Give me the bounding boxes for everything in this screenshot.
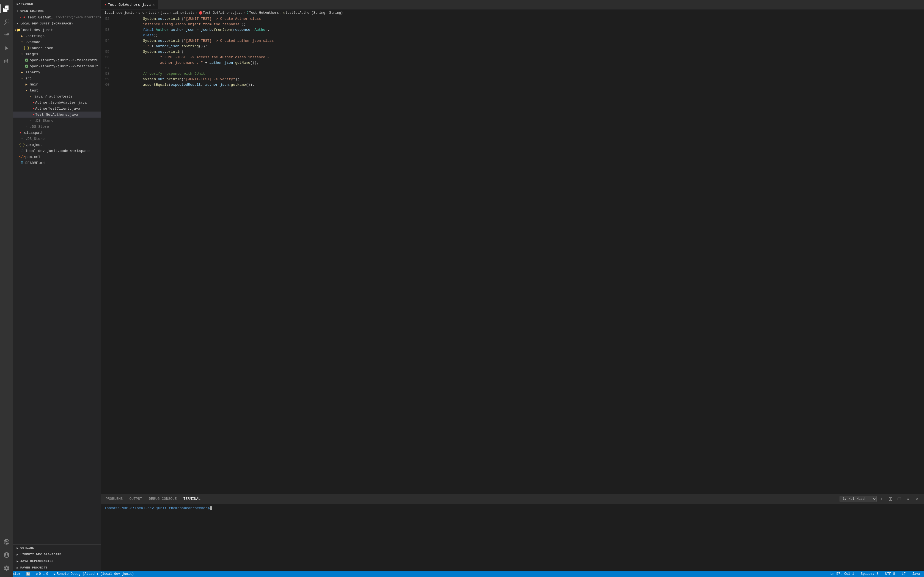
tree-item-test[interactable]: ▾ test: [13, 87, 101, 93]
folder-open-icon: ▾: [20, 40, 24, 44]
terminal-content[interactable]: Thomass-MBP-3:local-dev-junit thomassued…: [101, 504, 924, 571]
status-sync[interactable]: 🔄: [24, 571, 32, 577]
status-errors[interactable]: ✕ 0 ⚠ 0: [34, 571, 50, 577]
tree-item-test-get-authors[interactable]: ● Test_GetAuthors.java: [13, 111, 101, 118]
spaces-label: Spaces: 8: [861, 572, 879, 576]
maven-projects-header[interactable]: ▶ MAVEN PROJECTS: [13, 564, 101, 571]
breadcrumb-part-7[interactable]: CTest_GetAuthors: [247, 11, 279, 15]
debug-label: Remote Debug (Attach) (local-dev-junit): [57, 572, 134, 576]
sidebar-title: Explorer: [13, 0, 101, 8]
error-count: 0: [39, 572, 41, 576]
maximize-panel-button[interactable]: ∧: [904, 495, 912, 503]
open-editors-chevron: ▾: [15, 9, 20, 13]
tree-item-ds-store-root[interactable]: ◦ .DS_Store: [13, 136, 101, 142]
tree-item-src[interactable]: ▾ src: [13, 75, 101, 81]
open-editor-item[interactable]: ✕ ● Test_GetAuthors.java src/test/java/a…: [13, 14, 101, 20]
tabs-bar: ● Test_GetAuthors.java ✕: [101, 0, 924, 10]
status-position[interactable]: Ln 57, Col 1: [829, 571, 856, 577]
xml-icon: </>: [20, 155, 24, 159]
activity-bar-accounts[interactable]: [0, 548, 13, 562]
open-editor-path: src/test/java/authortests: [55, 16, 101, 19]
panel-tab-output-label: OUTPUT: [129, 497, 142, 501]
terminal-shell-selector[interactable]: 1: /bin/bash: [840, 496, 877, 502]
panel-tab-terminal-label: TERMINAL: [183, 497, 200, 501]
tree-item-project[interactable]: { } .project: [13, 142, 101, 148]
code-line-52a: System.out.println("[JUNIT-TEST] -> Crea…: [117, 16, 897, 22]
panel-tab-debug-console[interactable]: DEBUG CONSOLE: [145, 494, 180, 504]
folder-icon: ▶: [24, 82, 29, 87]
breadcrumb-part-4[interactable]: java: [161, 11, 169, 15]
workspace-header[interactable]: ▾ LOCAL-DEV-JUNIT (WORKSPACE): [13, 20, 101, 27]
status-line-ending[interactable]: LF: [900, 571, 907, 577]
status-language[interactable]: Java: [911, 571, 922, 577]
tree-item-settings[interactable]: ▶ .settings: [13, 33, 101, 39]
tree-item-images[interactable]: ▾ images: [13, 51, 101, 57]
breadcrumb-part-1[interactable]: local-dev-junit: [105, 11, 134, 15]
tree-item-author-jsonb[interactable]: ● Author.JsonbAdapter.java: [13, 100, 101, 105]
activity-bar-search[interactable]: [0, 15, 13, 29]
outline-panel-header[interactable]: ▶ OUTLINE: [13, 545, 101, 551]
breadcrumb-part-5[interactable]: authortests: [173, 11, 194, 15]
panel-tab-output[interactable]: OUTPUT: [126, 494, 145, 504]
tree-item-ds-store-src[interactable]: ◦ .DS_Store: [13, 124, 101, 130]
breadcrumb-part-8[interactable]: ⊕testGetAuthor(String, String): [283, 11, 343, 15]
activity-bar-extensions[interactable]: [0, 55, 13, 68]
editor-terminal-container: 52 53 54 55 56 57 58 59 60: [101, 16, 924, 571]
code-line-58: // verify response with JUnit: [117, 71, 897, 77]
liberty-dashboard-header[interactable]: ▶ LIBERTY DEV DASHBOARD: [13, 551, 101, 558]
code-line-53b: class);: [117, 33, 897, 38]
tree-item-main[interactable]: ▶ main: [13, 81, 101, 87]
breadcrumb-part-6[interactable]: ⬤Test_GetAuthors.java: [199, 11, 242, 15]
tree-item-local-dev-junit[interactable]: ▾📁 local-dev-junit: [13, 27, 101, 33]
activity-bar-settings[interactable]: [0, 562, 13, 575]
warning-icon: ⚠: [43, 572, 45, 576]
outline-label: OUTLINE: [20, 546, 34, 550]
tab-label: Test_GetAuthors.java: [108, 3, 151, 7]
activity-bar-explorer[interactable]: [0, 2, 13, 15]
tree-item-classpath[interactable]: ● .classpath: [13, 130, 101, 136]
new-terminal-button[interactable]: +: [878, 495, 885, 503]
tree-item-png1[interactable]: 🖼 open-liberty-junit-01-folderstructure.…: [13, 57, 101, 63]
ds-store-icon: ◦: [29, 118, 33, 123]
editor-content[interactable]: 52 53 54 55 56 57 58 59 60: [101, 16, 924, 494]
open-editor-filename: Test_GetAuthors.java: [27, 15, 54, 19]
tree-item-vscode[interactable]: ▾ .vscode: [13, 39, 101, 45]
panel-tab-terminal[interactable]: TERMINAL: [180, 494, 204, 504]
kill-terminal-button[interactable]: [895, 495, 903, 503]
panel-tab-problems-label: PROBLEMS: [106, 497, 123, 501]
java-error-icon: ●: [22, 15, 26, 19]
breadcrumb-part-2[interactable]: src: [138, 11, 144, 15]
status-encoding[interactable]: UTF-8: [884, 571, 897, 577]
breadcrumb-part-3[interactable]: test: [149, 11, 157, 15]
tree-item-png2[interactable]: 🖼 open-liberty-junit-02-testresults.png: [13, 63, 101, 69]
tree-item-pom-xml[interactable]: </> pom.xml: [13, 154, 101, 160]
tree-item-readme[interactable]: M README.md: [13, 160, 101, 166]
close-panel-button[interactable]: ✕: [913, 495, 921, 503]
code-line-57: [117, 66, 897, 71]
tree-item-java-authortests[interactable]: ▾ java / authortests: [13, 93, 101, 100]
line-numbers: 52 53 54 55 56 57 58 59 60: [101, 16, 115, 494]
activity-bar-run[interactable]: [0, 42, 13, 55]
java-deps-header[interactable]: ▶ JAVA DEPENDENCIES: [13, 558, 101, 564]
activity-bar-remote[interactable]: [0, 535, 13, 548]
breadcrumb: local-dev-junit › src › test › java › au…: [101, 10, 924, 16]
code-line-56a: "[JUNIT-TEST] -> Access the Auther class…: [117, 55, 897, 60]
position-label: Ln 57, Col 1: [830, 572, 854, 576]
tab-test-get-authors[interactable]: ● Test_GetAuthors.java ✕: [101, 0, 158, 10]
tree-item-code-workspace[interactable]: ⬡ local-dev-junit.code-workspace: [13, 148, 101, 154]
status-debug[interactable]: ▶ Remote Debug (Attach) (local-dev-junit…: [52, 571, 136, 577]
split-terminal-button[interactable]: [887, 495, 894, 503]
folder-open-icon: ▾📁: [15, 28, 20, 32]
open-editors-header[interactable]: ▾ Open Editors: [13, 8, 101, 14]
tree-item-ds-store-inner[interactable]: ◦ .DS_Store: [13, 118, 101, 124]
status-spaces[interactable]: Spaces: 8: [859, 571, 880, 577]
tree-item-author-test-client[interactable]: ● AuthorTestClient.java: [13, 105, 101, 111]
tab-close-button[interactable]: ✕: [152, 3, 155, 7]
terminal-cursor: [210, 506, 212, 510]
png-icon: 🖼: [24, 64, 29, 68]
tree-item-liberty[interactable]: ▶ liberty: [13, 69, 101, 75]
activity-bar-source-control[interactable]: [0, 29, 13, 42]
panel-tab-problems[interactable]: PROBLEMS: [102, 494, 126, 504]
tree-item-launch-json[interactable]: { } launch.json: [13, 45, 101, 51]
sidebar: Explorer ▾ Open Editors ✕ ● Test_GetAuth…: [13, 0, 101, 571]
